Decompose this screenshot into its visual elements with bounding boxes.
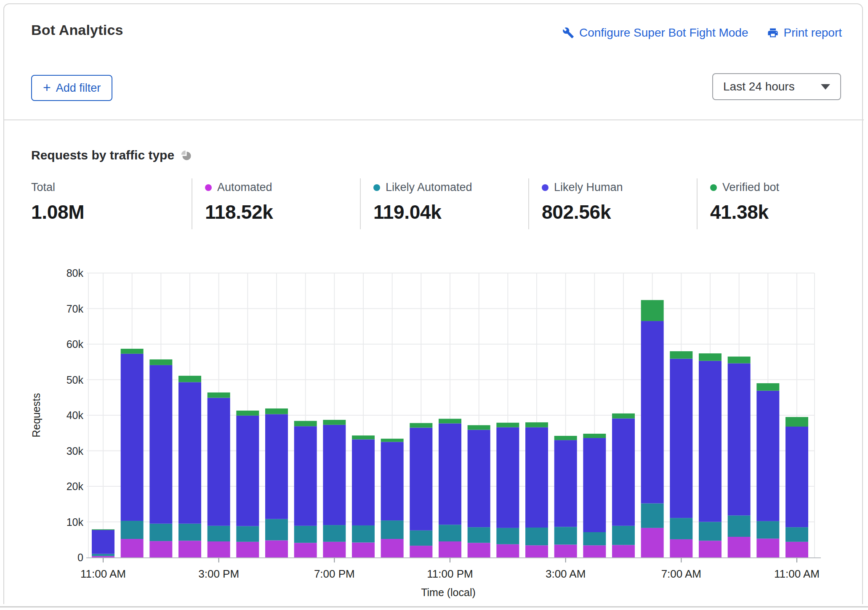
bar-segment-likely-automated[interactable] — [294, 526, 317, 543]
bar-segment-verified-bot[interactable] — [92, 529, 114, 530]
bar-segment-likely-human[interactable] — [410, 428, 432, 530]
bar-segment-automated[interactable] — [699, 541, 722, 557]
bar-segment-verified-bot[interactable] — [208, 393, 230, 398]
time-range-select[interactable]: Last 24 hours — [712, 73, 841, 100]
bar-segment-likely-automated[interactable] — [410, 530, 432, 546]
bar-segment-verified-bot[interactable] — [699, 353, 722, 361]
bar-segment-verified-bot[interactable] — [381, 439, 404, 442]
bar-segment-automated[interactable] — [728, 537, 751, 557]
bar-segment-verified-bot[interactable] — [496, 423, 519, 427]
bar-segment-likely-human[interactable] — [323, 425, 346, 525]
bar-segment-verified-bot[interactable] — [468, 425, 490, 430]
bar-segment-verified-bot[interactable] — [265, 408, 288, 414]
print-report-link[interactable]: Print report — [767, 26, 842, 40]
bar-segment-likely-human[interactable] — [612, 419, 635, 526]
bar-segment-likely-human[interactable] — [352, 439, 375, 525]
bar-segment-verified-bot[interactable] — [178, 376, 201, 382]
bar-segment-automated[interactable] — [323, 542, 346, 557]
bar-segment-automated[interactable] — [149, 541, 172, 557]
bar-segment-likely-automated[interactable] — [381, 520, 404, 539]
bar-segment-likely-human[interactable] — [496, 427, 519, 528]
bar-segment-likely-human[interactable] — [208, 398, 230, 526]
bar-segment-verified-bot[interactable] — [670, 351, 692, 359]
bar-segment-likely-human[interactable] — [92, 530, 114, 554]
bar-segment-verified-bot[interactable] — [785, 417, 808, 427]
bar-segment-automated[interactable] — [352, 543, 375, 557]
bar-segment-likely-human[interactable] — [699, 361, 722, 522]
bar-segment-likely-human[interactable] — [294, 426, 317, 526]
bar-segment-verified-bot[interactable] — [236, 411, 259, 416]
bar-segment-likely-human[interactable] — [554, 440, 577, 527]
bar-segment-verified-bot[interactable] — [612, 414, 635, 419]
bar-segment-likely-human[interactable] — [583, 438, 606, 532]
bar-segment-automated[interactable] — [525, 545, 548, 557]
bar-segment-automated[interactable] — [236, 542, 259, 557]
bar-segment-likely-automated[interactable] — [554, 527, 577, 544]
bar-segment-likely-human[interactable] — [265, 414, 288, 519]
bar-segment-likely-human[interactable] — [670, 359, 692, 518]
bar-segment-likely-human[interactable] — [121, 354, 144, 521]
bar-segment-verified-bot[interactable] — [352, 435, 375, 439]
bar-segment-likely-automated[interactable] — [236, 526, 259, 542]
bar-segment-verified-bot[interactable] — [121, 349, 144, 354]
bar-segment-likely-automated[interactable] — [785, 527, 808, 542]
bar-segment-likely-automated[interactable] — [178, 524, 201, 541]
add-filter-button[interactable]: + Add filter — [31, 75, 112, 101]
bar-segment-automated[interactable] — [641, 528, 664, 557]
bar-segment-automated[interactable] — [468, 543, 490, 557]
bar-segment-likely-automated[interactable] — [323, 525, 346, 542]
bar-segment-likely-automated[interactable] — [439, 525, 461, 541]
bar-segment-automated[interactable] — [121, 539, 144, 557]
bar-segment-verified-bot[interactable] — [149, 359, 172, 365]
bar-segment-likely-human[interactable] — [178, 382, 201, 523]
bar-segment-likely-human[interactable] — [468, 430, 490, 528]
bar-segment-automated[interactable] — [496, 544, 519, 557]
bar-segment-automated[interactable] — [410, 546, 432, 557]
bar-segment-likely-automated[interactable] — [641, 504, 664, 528]
bar-segment-likely-human[interactable] — [236, 416, 259, 526]
bar-segment-likely-human[interactable] — [149, 365, 172, 524]
bar-segment-automated[interactable] — [92, 556, 114, 557]
bar-segment-automated[interactable] — [670, 539, 692, 557]
bar-segment-automated[interactable] — [756, 538, 779, 557]
bar-segment-automated[interactable] — [785, 542, 808, 557]
bar-segment-likely-automated[interactable] — [352, 525, 375, 543]
bar-segment-verified-bot[interactable] — [525, 422, 548, 427]
bar-segment-likely-human[interactable] — [728, 363, 751, 516]
bar-segment-verified-bot[interactable] — [323, 420, 346, 425]
bar-segment-likely-automated[interactable] — [265, 519, 288, 541]
bar-segment-verified-bot[interactable] — [294, 421, 317, 427]
bar-segment-automated[interactable] — [612, 545, 635, 557]
bar-segment-likely-automated[interactable] — [583, 532, 606, 545]
bar-segment-likely-automated[interactable] — [699, 522, 722, 541]
bar-segment-automated[interactable] — [208, 541, 230, 557]
bar-segment-verified-bot[interactable] — [728, 357, 751, 363]
bar-segment-likely-automated[interactable] — [121, 521, 144, 539]
bar-segment-likely-automated[interactable] — [496, 528, 519, 544]
bar-segment-verified-bot[interactable] — [410, 423, 432, 428]
bar-segment-verified-bot[interactable] — [756, 383, 779, 391]
bar-segment-automated[interactable] — [381, 539, 404, 557]
bar-segment-likely-automated[interactable] — [756, 521, 779, 538]
bar-segment-likely-automated[interactable] — [149, 524, 172, 541]
bar-segment-likely-automated[interactable] — [92, 554, 114, 556]
bar-segment-likely-human[interactable] — [381, 442, 404, 520]
bar-segment-likely-human[interactable] — [641, 321, 664, 503]
bar-segment-likely-automated[interactable] — [728, 515, 751, 537]
bar-segment-automated[interactable] — [583, 545, 606, 557]
bar-segment-verified-bot[interactable] — [641, 300, 664, 321]
bar-segment-verified-bot[interactable] — [439, 419, 461, 423]
bar-segment-likely-automated[interactable] — [670, 518, 692, 539]
bar-segment-automated[interactable] — [439, 541, 461, 557]
bar-segment-likely-automated[interactable] — [612, 526, 635, 545]
bar-segment-likely-human[interactable] — [525, 427, 548, 528]
bar-segment-likely-automated[interactable] — [208, 526, 230, 541]
bar-segment-likely-automated[interactable] — [525, 528, 548, 545]
bar-segment-likely-automated[interactable] — [468, 527, 490, 543]
bar-segment-automated[interactable] — [178, 541, 201, 557]
bar-segment-likely-human[interactable] — [756, 391, 779, 521]
bar-segment-automated[interactable] — [265, 540, 288, 557]
bar-segment-likely-human[interactable] — [785, 427, 808, 527]
configure-super-bot-fight-mode-link[interactable]: Configure Super Bot Fight Mode — [562, 26, 748, 40]
bar-segment-automated[interactable] — [294, 543, 317, 557]
